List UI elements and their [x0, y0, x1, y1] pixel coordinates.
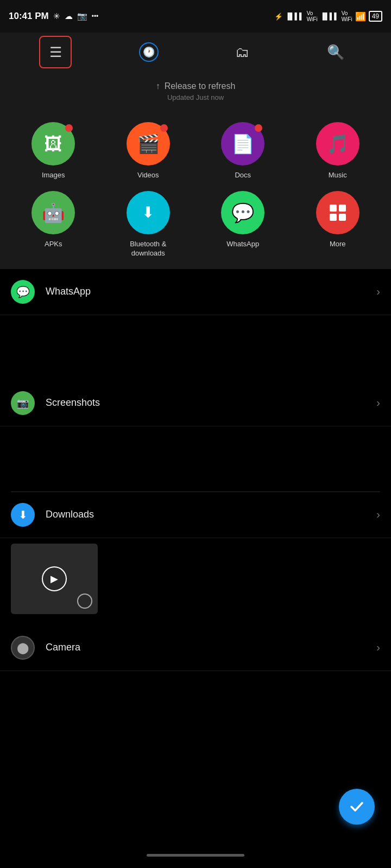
- download-thumbnail[interactable]: ▶: [11, 544, 98, 614]
- camera-section-label: Camera: [46, 642, 376, 653]
- downloads-section-label: Downloads: [46, 509, 376, 520]
- videos-label: Videos: [137, 171, 159, 180]
- videos-badge: [160, 124, 168, 132]
- fab-icon: [348, 798, 365, 815]
- circle-indicator: [77, 593, 92, 609]
- folder-icon: 🗂: [235, 44, 249, 61]
- more-icon: [316, 191, 360, 234]
- downloads-chevron-icon: ›: [376, 508, 380, 521]
- signal-bars-2: ▐▌▌▌: [320, 12, 339, 20]
- docs-badge: [255, 124, 262, 132]
- folder-button[interactable]: 🗂: [226, 36, 258, 68]
- apks-label: APKs: [45, 240, 62, 249]
- bluetooth-downloads-label: Bluetooth &downloads: [130, 240, 166, 258]
- status-left: 10:41 PM ✳ ☁ 📷 •••: [9, 11, 98, 22]
- camera-chevron-icon: ›: [376, 641, 380, 654]
- instagram-icon: 📷: [77, 11, 87, 21]
- category-grid: 🖼 Images 🎬 Videos 📄 Docs 🎵 Music 🤖 APKs: [0, 109, 391, 269]
- svg-rect-0: [330, 205, 337, 212]
- up-arrow-icon: ↑: [156, 81, 160, 91]
- vo-wifi-label-2: VoWiFi: [342, 10, 352, 22]
- clock-icon: 🕐: [139, 42, 159, 62]
- section-camera-item[interactable]: ⬤ Camera ›: [0, 625, 391, 671]
- apks-icon: 🤖: [31, 191, 75, 234]
- category-music[interactable]: 🎵 Music: [293, 122, 383, 180]
- camera-section-icon: ⬤: [11, 636, 35, 660]
- home-bar: [0, 842, 391, 868]
- svg-rect-3: [339, 214, 346, 221]
- refresh-banner: ↑ Release to refresh Updated Just now: [0, 72, 391, 109]
- wifi-icon: 📶: [355, 11, 366, 22]
- images-label: Images: [42, 171, 65, 180]
- category-docs[interactable]: 📄 Docs: [198, 122, 288, 180]
- svg-rect-1: [339, 205, 346, 212]
- home-indicator: [147, 854, 244, 857]
- signal-bars: ▐▌▌▌: [286, 12, 304, 20]
- category-bluetooth-downloads[interactable]: ⬇ Bluetooth &downloads: [104, 191, 193, 258]
- menu-button[interactable]: ☰: [39, 36, 72, 68]
- docs-label: Docs: [235, 171, 251, 180]
- bluetooth-downloads-icon: ⬇: [127, 191, 170, 234]
- section-downloads[interactable]: ⬇ Downloads ›: [0, 492, 391, 538]
- fab-button[interactable]: [339, 789, 375, 825]
- videos-icon: 🎬: [127, 122, 170, 165]
- time-display: 10:41 PM: [9, 11, 49, 22]
- images-badge: [65, 124, 73, 132]
- screenshots-section-label: Screenshots: [46, 397, 376, 409]
- whatsapp-chevron-icon: ›: [376, 285, 380, 298]
- whatsapp-folder-area: [0, 315, 391, 380]
- downloads-section-icon: ⬇: [11, 503, 35, 527]
- screenshots-section-icon: 📷: [11, 391, 35, 415]
- section-list: 💬 WhatsApp › 📷 Screenshots › ⬇ Downloads…: [0, 269, 391, 671]
- more-label: More: [330, 240, 346, 249]
- category-images[interactable]: 🖼 Images: [9, 122, 98, 180]
- status-bar: 10:41 PM ✳ ☁ 📷 ••• ⚡ ▐▌▌▌ VoWiFi ▐▌▌▌ Vo…: [0, 0, 391, 33]
- whatsapp-section-icon: 💬: [11, 280, 35, 304]
- battery-indicator: 49: [369, 11, 382, 22]
- play-icon: ▶: [51, 573, 58, 585]
- updated-timestamp: Updated Just now: [0, 93, 391, 101]
- music-icon: 🎵: [316, 122, 360, 165]
- section-camera: ⬤ Camera ›: [0, 625, 391, 671]
- section-downloads-area: ⬇ Downloads › ▶: [0, 492, 391, 625]
- images-icon: 🖼: [31, 122, 75, 165]
- bluetooth-icon: ⚡: [274, 12, 283, 21]
- whatsapp-section-label: WhatsApp: [46, 286, 376, 297]
- hamburger-icon: ☰: [49, 44, 62, 61]
- screenshots-chevron-icon: ›: [376, 397, 380, 409]
- category-whatsapp[interactable]: 💬 WhatsApp: [198, 191, 288, 258]
- screenshots-folder-area: [0, 426, 391, 492]
- release-to-refresh-text: ↑ Release to refresh: [0, 81, 391, 91]
- whatsapp-category-icon: 💬: [221, 191, 264, 234]
- notification-icon-1: ✳: [53, 11, 60, 21]
- search-icon: 🔍: [327, 44, 344, 61]
- category-more[interactable]: More: [293, 191, 383, 258]
- status-right-icons: ⚡ ▐▌▌▌ VoWiFi ▐▌▌▌ VoWiFi 📶 49: [274, 10, 382, 22]
- vo-wifi-label: VoWiFi: [307, 10, 318, 22]
- dots-icon: •••: [92, 12, 99, 20]
- search-button[interactable]: 🔍: [319, 36, 352, 68]
- cloud-icon: ☁: [65, 11, 73, 21]
- docs-icon: 📄: [221, 122, 264, 165]
- section-whatsapp[interactable]: 💬 WhatsApp ›: [0, 269, 391, 315]
- whatsapp-category-label: WhatsApp: [226, 240, 259, 249]
- music-label: Music: [329, 171, 347, 180]
- nav-bar: ☰ 🕐 🗂 🔍: [0, 33, 391, 72]
- category-videos[interactable]: 🎬 Videos: [104, 122, 193, 180]
- recents-button[interactable]: 🕐: [133, 36, 165, 68]
- category-apks[interactable]: 🤖 APKs: [9, 191, 98, 258]
- play-button[interactable]: ▶: [42, 566, 67, 591]
- section-screenshots[interactable]: 📷 Screenshots ›: [0, 380, 391, 426]
- svg-rect-2: [330, 214, 337, 221]
